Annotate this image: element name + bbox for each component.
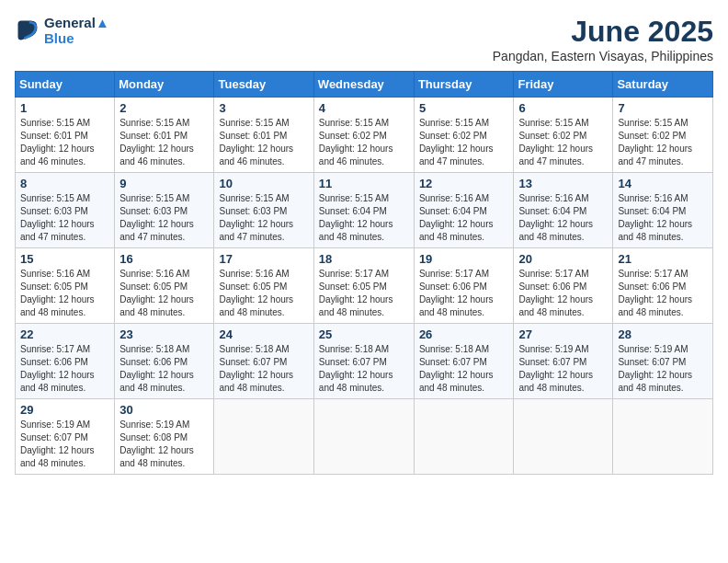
calendar-week-5: 29 Sunrise: 5:19 AM Sunset: 6:07 PM Dayl… [16, 399, 713, 475]
daylight-text: Daylight: 12 hours [518, 370, 593, 380]
sunrise-text: Sunrise: 5:19 AM [119, 419, 189, 430]
calendar-header-saturday: Saturday [613, 72, 713, 98]
day-info: Sunrise: 5:15 AM Sunset: 6:01 PM Dayligh… [219, 117, 308, 168]
day-number: 9 [119, 177, 209, 190]
calendar-cell [214, 399, 313, 475]
daylight-minutes: and 47 minutes. [219, 232, 284, 242]
sunset-text: Sunset: 6:07 PM [518, 357, 586, 367]
sunset-text: Sunset: 6:02 PM [319, 131, 387, 141]
day-number: 11 [319, 177, 409, 190]
day-number: 27 [518, 327, 608, 341]
daylight-text: Daylight: 12 hours [319, 370, 393, 380]
calendar-cell [414, 399, 514, 475]
day-info: Sunrise: 5:15 AM Sunset: 6:02 PM Dayligh… [518, 117, 608, 168]
daylight-text: Daylight: 12 hours [618, 219, 692, 229]
calendar-header-friday: Friday [514, 72, 613, 98]
calendar-cell: 16 Sunrise: 5:16 AM Sunset: 6:05 PM Dayl… [115, 248, 214, 324]
daylight-text: Daylight: 12 hours [419, 370, 494, 380]
calendar-cell: 6 Sunrise: 5:15 AM Sunset: 6:02 PM Dayli… [514, 98, 613, 173]
daylight-text: Daylight: 12 hours [119, 294, 194, 304]
sunset-text: Sunset: 6:04 PM [319, 206, 387, 216]
daylight-minutes: and 47 minutes. [20, 232, 85, 242]
day-number: 5 [419, 101, 509, 115]
sunset-text: Sunset: 6:02 PM [518, 131, 586, 141]
day-info: Sunrise: 5:18 AM Sunset: 6:06 PM Dayligh… [119, 343, 209, 395]
day-info: Sunrise: 5:18 AM Sunset: 6:07 PM Dayligh… [219, 343, 308, 395]
day-info: Sunrise: 5:19 AM Sunset: 6:07 PM Dayligh… [518, 343, 608, 395]
daylight-minutes: and 48 minutes. [20, 458, 85, 468]
calendar-cell: 4 Sunrise: 5:15 AM Sunset: 6:02 PM Dayli… [313, 98, 414, 173]
sunrise-text: Sunrise: 5:15 AM [419, 118, 489, 128]
daylight-text: Daylight: 12 hours [419, 294, 494, 304]
calendar-cell: 13 Sunrise: 5:16 AM Sunset: 6:04 PM Dayl… [514, 173, 613, 248]
daylight-minutes: and 48 minutes. [219, 307, 284, 317]
sunset-text: Sunset: 6:01 PM [219, 131, 287, 141]
sunrise-text: Sunrise: 5:15 AM [119, 193, 189, 203]
day-info: Sunrise: 5:15 AM Sunset: 6:03 PM Dayligh… [20, 192, 109, 244]
daylight-text: Daylight: 12 hours [119, 445, 194, 455]
sunrise-text: Sunrise: 5:19 AM [20, 419, 90, 430]
day-info: Sunrise: 5:19 AM Sunset: 6:07 PM Dayligh… [618, 343, 708, 395]
day-info: Sunrise: 5:15 AM Sunset: 6:02 PM Dayligh… [618, 117, 708, 168]
daylight-text: Daylight: 12 hours [219, 219, 293, 229]
sunrise-text: Sunrise: 5:15 AM [319, 193, 389, 203]
sunset-text: Sunset: 6:06 PM [518, 282, 586, 292]
calendar-cell: 12 Sunrise: 5:16 AM Sunset: 6:04 PM Dayl… [414, 173, 514, 248]
day-info: Sunrise: 5:16 AM Sunset: 6:04 PM Dayligh… [419, 192, 509, 244]
calendar-cell: 25 Sunrise: 5:18 AM Sunset: 6:07 PM Dayl… [313, 324, 414, 399]
calendar-header-monday: Monday [115, 72, 214, 98]
logo-text: General▲ Blue [44, 15, 109, 46]
calendar-header-tuesday: Tuesday [214, 72, 313, 98]
sunrise-text: Sunrise: 5:16 AM [419, 193, 489, 203]
day-info: Sunrise: 5:17 AM Sunset: 6:06 PM Dayligh… [20, 343, 109, 395]
location-subtitle: Pangdan, Eastern Visayas, Philippines [493, 49, 713, 63]
sunrise-text: Sunrise: 5:16 AM [219, 269, 289, 279]
sunset-text: Sunset: 6:03 PM [119, 206, 188, 216]
day-info: Sunrise: 5:15 AM Sunset: 6:03 PM Dayligh… [119, 192, 209, 244]
daylight-text: Daylight: 12 hours [219, 370, 293, 380]
day-info: Sunrise: 5:15 AM Sunset: 6:04 PM Dayligh… [319, 192, 409, 244]
sunset-text: Sunset: 6:04 PM [618, 206, 686, 216]
daylight-minutes: and 48 minutes. [20, 383, 85, 393]
calendar-cell: 23 Sunrise: 5:18 AM Sunset: 6:06 PM Dayl… [115, 324, 214, 399]
calendar-cell: 5 Sunrise: 5:15 AM Sunset: 6:02 PM Dayli… [414, 98, 514, 173]
day-number: 26 [419, 327, 509, 341]
calendar-header-thursday: Thursday [414, 72, 514, 98]
day-number: 4 [319, 101, 409, 115]
daylight-minutes: and 48 minutes. [419, 383, 484, 393]
daylight-text: Daylight: 12 hours [119, 370, 194, 380]
day-info: Sunrise: 5:17 AM Sunset: 6:06 PM Dayligh… [419, 268, 509, 319]
sunrise-text: Sunrise: 5:17 AM [419, 269, 489, 279]
daylight-minutes: and 48 minutes. [518, 307, 584, 317]
calendar-cell: 24 Sunrise: 5:18 AM Sunset: 6:07 PM Dayl… [214, 324, 313, 399]
day-number: 8 [20, 177, 109, 190]
calendar-cell: 21 Sunrise: 5:17 AM Sunset: 6:06 PM Dayl… [613, 248, 713, 324]
calendar-cell: 19 Sunrise: 5:17 AM Sunset: 6:06 PM Dayl… [414, 248, 514, 324]
sunrise-text: Sunrise: 5:18 AM [219, 344, 289, 354]
sunset-text: Sunset: 6:03 PM [20, 206, 88, 216]
day-info: Sunrise: 5:18 AM Sunset: 6:07 PM Dayligh… [319, 343, 409, 395]
day-info: Sunrise: 5:19 AM Sunset: 6:07 PM Dayligh… [20, 419, 109, 470]
daylight-minutes: and 47 minutes. [618, 156, 683, 167]
daylight-text: Daylight: 12 hours [20, 144, 95, 154]
daylight-text: Daylight: 12 hours [618, 294, 692, 304]
day-number: 23 [119, 327, 209, 341]
calendar-cell [613, 399, 713, 475]
calendar-cell: 26 Sunrise: 5:18 AM Sunset: 6:07 PM Dayl… [414, 324, 514, 399]
daylight-minutes: and 48 minutes. [419, 232, 484, 242]
daylight-text: Daylight: 12 hours [219, 144, 293, 154]
day-info: Sunrise: 5:15 AM Sunset: 6:03 PM Dayligh… [219, 192, 308, 244]
day-number: 20 [518, 252, 608, 266]
day-info: Sunrise: 5:17 AM Sunset: 6:06 PM Dayligh… [618, 268, 708, 319]
sunrise-text: Sunrise: 5:17 AM [518, 269, 588, 279]
daylight-text: Daylight: 12 hours [319, 294, 393, 304]
sunset-text: Sunset: 6:06 PM [119, 357, 188, 367]
day-number: 6 [518, 101, 608, 115]
sunset-text: Sunset: 6:05 PM [20, 282, 88, 292]
day-info: Sunrise: 5:16 AM Sunset: 6:05 PM Dayligh… [219, 268, 308, 319]
day-number: 14 [618, 177, 708, 190]
daylight-minutes: and 48 minutes. [119, 383, 185, 393]
day-number: 15 [20, 252, 109, 266]
day-number: 10 [219, 177, 308, 190]
month-title: June 2025 [493, 15, 713, 49]
